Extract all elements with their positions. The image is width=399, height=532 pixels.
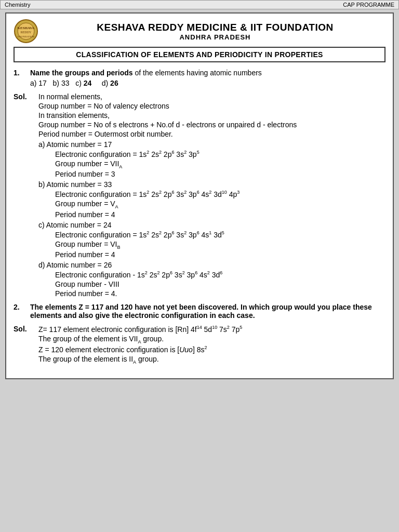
q1-number: 1.	[14, 69, 30, 77]
sol1-a-per: Period number = 3	[55, 170, 385, 178]
sol1-b-grp: Group number = VA	[55, 200, 385, 209]
sol2-line4: The group of the element is IIA group.	[38, 355, 385, 365]
sol2-label: Sol.	[14, 325, 38, 334]
sol2-line3: Z = 120 element electronic configuration…	[38, 345, 385, 354]
sol1-d-label: d) Atomic number = 26	[38, 261, 385, 269]
top-bar-left: Chemistry	[5, 2, 31, 8]
svg-text:REDDY: REDDY	[21, 31, 32, 34]
top-bar: Chemistry CAP PROGRAMME	[0, 0, 399, 9]
sol1-c-label: c) Atomic number = 24	[38, 221, 385, 229]
q2-number: 2.	[14, 303, 30, 320]
sol2-line1: Z= 117 element electronic configuration …	[38, 325, 242, 334]
question-1: 1. Name the groups and periods of the el…	[14, 69, 385, 87]
q1-choices: a) 17 b) 33 c) 24 d) 26	[30, 79, 385, 87]
sol1-b-ec: Electronic configuration = 1s2 2s2 2p6 3…	[55, 190, 385, 198]
question-2: 2. The elements Z = 117 and 120 have not…	[14, 303, 385, 320]
sol1-d-ec: Electronic configuration - 1s2 2s2 2p6 3…	[55, 270, 385, 279]
sol1-intro1: In normal elements,	[38, 92, 102, 101]
sol1-d-per: Period number = 4.	[55, 289, 385, 298]
header-subtitle: ANDHRA PRADESH	[45, 33, 385, 41]
section-title: CLASSIFICATION OF ELEMENTS AND PERIODICI…	[14, 47, 385, 62]
q1-text: Name the groups and periods of the eleme…	[30, 69, 262, 77]
sol-2: Sol. Z= 117 element electronic configura…	[14, 325, 385, 365]
sol1-c-grp: Group number = VIB	[55, 240, 385, 250]
sol1-rule3: Period number = Outermost orbit number.	[38, 130, 385, 138]
sol1-rule2: Group number = No of s electrons + No.of…	[38, 121, 385, 129]
sol1-b-label: b) Atomic number = 33	[38, 180, 385, 189]
sol1-c-ec: Electronic configuration = 1s2 2s2 2p6 3…	[55, 230, 385, 239]
svg-text:KESHAVA: KESHAVA	[18, 26, 35, 30]
sol1-b-per: Period number = 4	[55, 210, 385, 219]
top-bar-right: CAP PROGRAMME	[343, 2, 394, 8]
sol1-intro-row: Sol. In normal elements,	[14, 92, 385, 101]
sol1-label: Sol.	[14, 92, 38, 101]
svg-text:FOUNDATION: FOUNDATION	[18, 35, 35, 38]
header-text: KESHAVA REDDY MEDICINE & IIT FOUNDATION …	[45, 22, 385, 41]
main-page: KESHAVA REDDY FOUNDATION KESHAVA REDDY M…	[5, 12, 394, 379]
sol2-row1: Sol. Z= 117 element electronic configura…	[14, 325, 385, 334]
q1-row: 1. Name the groups and periods of the el…	[14, 69, 385, 77]
q2-text: The elements Z = 117 and 120 have not ye…	[30, 303, 385, 320]
q2-row: 2. The elements Z = 117 and 120 have not…	[14, 303, 385, 320]
sol-1: Sol. In normal elements, Group number = …	[14, 92, 385, 298]
logo-icon: KESHAVA REDDY FOUNDATION	[14, 19, 38, 44]
sol1-rule1: Group number = No of valency electrons	[38, 102, 385, 110]
sol2-line2: The group of the element is VIIA group.	[38, 335, 385, 344]
header-title: KESHAVA REDDY MEDICINE & IIT FOUNDATION	[45, 22, 385, 33]
sol1-a-ec: Electronic configuration = 1s2 2s2 2p6 3…	[55, 150, 385, 158]
sol1-a-label: a) Atomic number = 17	[38, 140, 385, 149]
sol1-c-per: Period number = 4	[55, 250, 385, 259]
sol1-d-grp: Group number - VIII	[55, 280, 385, 288]
header-area: KESHAVA REDDY FOUNDATION KESHAVA REDDY M…	[14, 19, 385, 44]
sol1-a-grp: Group number = VIIA	[55, 159, 385, 169]
sol1-intro2: In transition elements,	[38, 111, 385, 119]
